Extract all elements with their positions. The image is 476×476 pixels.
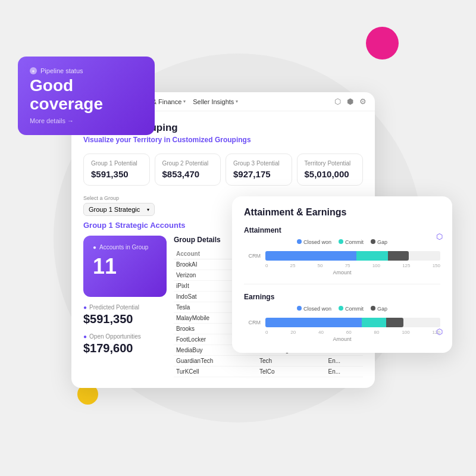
earnings-download-icon[interactable]: ⬡ <box>436 327 443 336</box>
attainment-section-title: Attainment <box>244 226 440 234</box>
share-icon[interactable]: ⬡ <box>334 97 341 106</box>
bar-gap <box>388 251 409 261</box>
potential-label: Territory Potential <box>305 160 356 167</box>
legend-gap: Gap <box>371 239 387 245</box>
pipeline-label-text: Pipeline status <box>40 67 83 74</box>
accounts-label: ● Accounts in Group <box>93 244 157 250</box>
attainment-earnings-card: Attainment & Earnings Attainment Closed … <box>232 196 452 353</box>
potential-value: $927,175 <box>233 169 284 179</box>
attainment-title: Attainment & Earnings <box>244 207 440 218</box>
accounts-in-group-card: ● Accounts in Group 11 <box>83 236 167 297</box>
group-selector-value: Group 1 Strategic <box>89 206 140 213</box>
legend-closed-won: Closed won <box>297 239 331 245</box>
legend-closed-won: Closed won <box>297 306 331 312</box>
chart-crm-label: CRM <box>244 253 261 259</box>
potential-value: $5,010,000 <box>305 169 356 179</box>
chevron-down-icon: ▾ <box>183 99 186 104</box>
earnings-bar-row: CRM <box>244 318 440 327</box>
earnings-section-title: Earnings <box>244 293 440 301</box>
chart-divider <box>244 284 440 284</box>
group-selector-dropdown[interactable]: Group 1 Strategic ▾ <box>83 203 155 216</box>
table-row[interactable]: TurKCellTelCoEn... <box>174 367 363 377</box>
legend-commit: Commit <box>339 306 364 312</box>
potential-cards-row: Group 1 Potential $591,350 Group 2 Poten… <box>83 154 363 186</box>
legend-commit: Commit <box>339 239 364 245</box>
potential-label: Group 2 Potential <box>162 160 214 167</box>
predicted-value: $591,350 <box>83 312 167 326</box>
bar-commit <box>362 318 386 327</box>
pipeline-title: Good coverage <box>30 77 143 114</box>
predicted-section: ● Predicted Potential $591,350 <box>83 304 167 326</box>
pipeline-status-card: ● Pipeline status Good coverage More det… <box>18 57 155 135</box>
potential-value: $853,470 <box>162 169 214 179</box>
earnings-axis-labels: 020406080100120 <box>244 330 440 335</box>
chevron-down-icon: ▾ <box>236 99 238 104</box>
chart-crm-label: CRM <box>244 320 261 325</box>
pipeline-icon: ● <box>30 67 37 74</box>
bar-commit <box>356 251 388 261</box>
potential-value: $591,350 <box>91 169 142 179</box>
attainment-section: Attainment Closed won Commit Gap CRM 025… <box>244 226 440 275</box>
attainment-legend: Closed won Commit Gap <box>244 239 440 245</box>
pipeline-label: ● Pipeline status <box>30 67 143 74</box>
earnings-bar-container <box>265 318 440 327</box>
section-subtitle: Visualize your Territory in Customized G… <box>83 136 363 144</box>
pipeline-more-link[interactable]: More details <box>30 117 143 124</box>
open-opps-label: ● Open Opportunities <box>83 333 167 340</box>
attainment-axis-title: Amount <box>244 270 440 275</box>
potential-card-territory: Territory Potential $5,010,000 <box>297 154 364 186</box>
earnings-axis-title: Amount <box>244 336 440 342</box>
earnings-legend: Closed won Commit Gap <box>244 306 440 312</box>
attainment-bar-row: CRM <box>244 251 440 261</box>
attainment-bar-container <box>265 251 440 261</box>
open-opps-value: $179,600 <box>83 342 167 355</box>
attainment-download-icon[interactable]: ⬡ <box>436 232 443 241</box>
bar-closed-won <box>265 318 362 327</box>
bar-closed-won <box>265 251 356 261</box>
table-row[interactable]: GuardianTechTechEn... <box>174 356 363 367</box>
bar-gap <box>386 318 403 327</box>
settings-icon[interactable]: ⚙ <box>359 97 367 106</box>
nav-icon-group: ⬡ ⬢ ⚙ <box>334 97 367 106</box>
pink-decoration-dot <box>366 27 399 60</box>
export-icon[interactable]: ⬢ <box>347 97 353 106</box>
open-opportunities-section: ● Open Opportunities $179,600 <box>83 333 167 355</box>
accounts-count: 11 <box>93 254 157 279</box>
legend-gap: Gap <box>371 306 387 312</box>
chevron-down-icon: ▾ <box>147 207 149 212</box>
potential-label: Group 3 Potential <box>233 160 284 167</box>
nav-item-seller-insights[interactable]: Seller Insights ▾ <box>193 98 238 105</box>
predicted-label: ● Predicted Potential <box>83 304 167 311</box>
potential-label: Group 1 Potential <box>91 160 142 167</box>
attainment-axis-labels: 0255075100125150 <box>244 263 440 268</box>
potential-card-group2: Group 2 Potential $853,470 <box>155 154 221 186</box>
potential-card-group3: Group 3 Potential $927,175 <box>226 154 292 186</box>
potential-card-group1: Group 1 Potential $591,350 <box>83 154 150 186</box>
earnings-section: Earnings Closed won Commit Gap CRM 02040… <box>244 293 440 342</box>
